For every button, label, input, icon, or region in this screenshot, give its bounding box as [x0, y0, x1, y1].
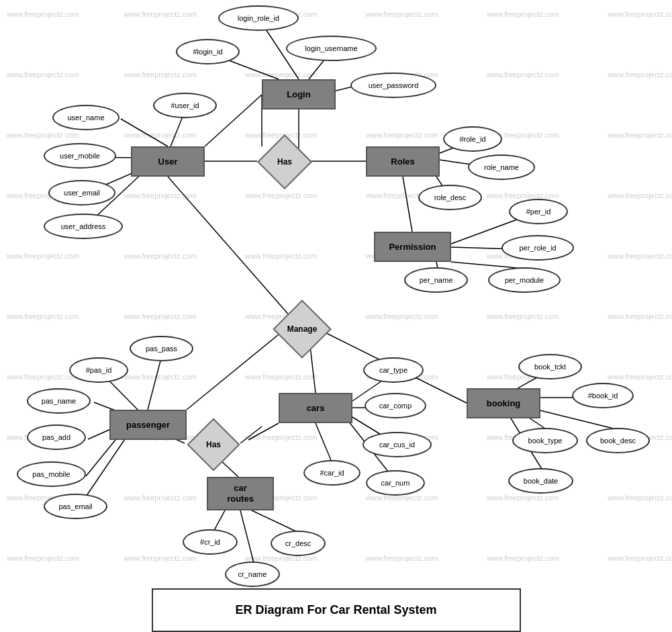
attr-book-desc: book_desc	[586, 428, 650, 453]
entity-user-label: User	[158, 156, 178, 167]
entity-roles-label: Roles	[391, 156, 414, 167]
svg-line-21	[168, 177, 295, 322]
attr-book-type: book_type	[512, 428, 578, 453]
svg-line-46	[252, 510, 299, 533]
entity-permission-label: Permission	[389, 242, 436, 252]
entity-permission: Permission	[374, 232, 451, 262]
entity-passenger: passenger	[109, 410, 187, 440]
relationship-has2: Has	[187, 428, 240, 461]
attr-per-module: per_module	[488, 267, 561, 293]
diagram-title: ER Diagram For Car Rental System	[235, 603, 436, 617]
attr-pas-id: #pas_id	[69, 357, 128, 383]
attr-car-comp: car_comp	[365, 393, 426, 418]
title-box: ER Diagram For Car Rental System	[152, 588, 521, 632]
entity-roles: Roles	[366, 146, 440, 177]
attr-per-role-id: per_role_id	[501, 235, 574, 261]
attr-role-id: #role_id	[443, 126, 502, 152]
diagram-connections	[0, 0, 672, 584]
relationship-has1-label: Has	[277, 157, 292, 167]
entity-login-label: Login	[287, 89, 310, 99]
svg-line-39	[537, 410, 619, 430]
attr-book-tckt: book_tckt	[518, 354, 582, 379]
entity-cars-label: cars	[307, 403, 325, 413]
entity-booking: booking	[467, 388, 540, 418]
svg-line-16	[403, 177, 412, 232]
attr-user-password: user_password	[350, 73, 436, 98]
attr-car-num: car_num	[366, 470, 425, 496]
attr-car-type: car_type	[363, 357, 424, 383]
attr-car-cus-id: car_cus_id	[363, 432, 432, 457]
attr-pas-pass: pas_pass	[130, 336, 193, 361]
attr-user-mobile: user_mobile	[44, 143, 116, 169]
attr-cr-desc: cr_desc	[271, 531, 326, 556]
attr-role-desc: role_desc	[418, 185, 482, 210]
relationship-manage: Manage	[272, 310, 332, 348]
attr-pas-add: pas_add	[27, 424, 86, 450]
attr-car-id: #car_id	[303, 460, 361, 486]
relationship-manage-label: Manage	[287, 324, 318, 334]
attr-pas-name: pas_name	[27, 388, 91, 414]
attr-per-name: per_name	[404, 267, 468, 293]
attr-login-username: login_username	[286, 36, 377, 61]
svg-line-22	[187, 334, 279, 410]
attr-login-role-id: login_role_id	[218, 5, 299, 31]
entity-login: Login	[262, 79, 336, 109]
attr-login-id: #login_id	[176, 39, 240, 64]
entity-car-routes: carroutes	[207, 477, 274, 510]
attr-user-name: user_name	[52, 105, 119, 130]
svg-line-44	[248, 423, 279, 440]
entity-booking-label: booking	[487, 398, 521, 408]
attr-user-email: user_email	[48, 180, 115, 206]
attr-role-name: role_name	[468, 154, 535, 180]
attr-pas-email: pas_email	[44, 494, 107, 519]
attr-per-id: #per_id	[509, 199, 568, 224]
relationship-has2-label: Has	[206, 440, 221, 449]
attr-cr-id: #cr_id	[183, 529, 238, 555]
entity-passenger-label: passenger	[126, 420, 170, 430]
attr-user-address: user_address	[44, 214, 123, 239]
svg-line-47	[240, 510, 254, 563]
entity-car-routes-label: carroutes	[227, 483, 254, 504]
entity-cars: cars	[279, 393, 352, 423]
svg-line-42	[240, 426, 262, 443]
entity-user: User	[131, 146, 205, 177]
attr-user-id: #user_id	[153, 93, 217, 118]
svg-line-6	[121, 119, 168, 146]
attr-pas-mobile: pas_mobile	[17, 461, 86, 487]
attr-book-date: book_date	[508, 468, 573, 494]
relationship-has1: Has	[257, 144, 312, 179]
attr-cr-name: cr_name	[225, 561, 280, 587]
attr-book-id: #book_id	[572, 383, 634, 408]
